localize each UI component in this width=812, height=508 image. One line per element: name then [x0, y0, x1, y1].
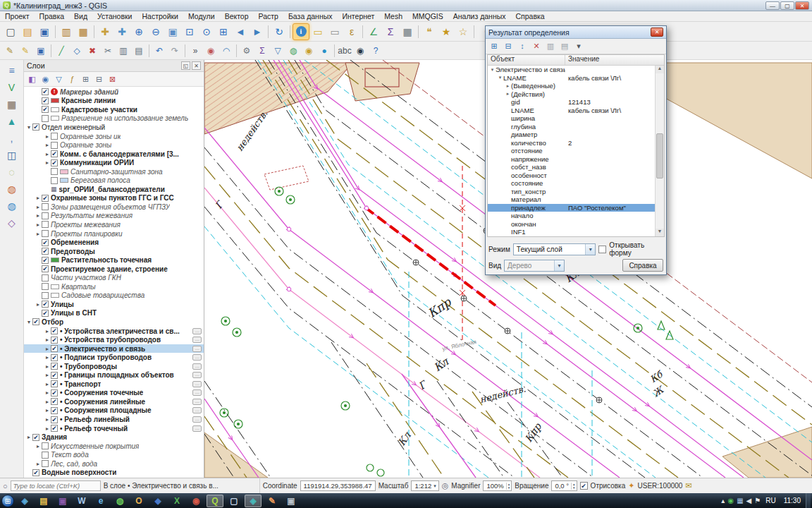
open-layer-styling-button[interactable]: ◧ [25, 73, 39, 85]
zoom-to-layer-button[interactable]: ⊞ [215, 23, 232, 40]
tray-action-center-icon[interactable]: ⚑ [754, 497, 761, 504]
delete-selected-button[interactable]: ✖ [85, 43, 100, 59]
redo-button[interactable]: ↷ [167, 43, 183, 59]
scrollbar-thumb[interactable] [656, 133, 663, 179]
expander-icon[interactable]: ▸ [44, 159, 51, 166]
spinner-arrows-icon[interactable]: ▴▾ [571, 483, 577, 490]
paste-features-button[interactable]: ▤ [131, 43, 147, 59]
expander-icon[interactable]: ▸ [44, 346, 51, 352]
layer-item[interactable]: Предотводы [24, 247, 204, 256]
taskbar-photo-app-button[interactable]: ▣ [54, 495, 71, 507]
expander-icon[interactable]: ▸ [25, 434, 32, 440]
layer-item[interactable]: ▸• Сооружения точечные⋯ [24, 389, 204, 398]
layer-item[interactable]: Разрешение на использование земель [24, 114, 204, 123]
identify-row[interactable]: диаметр [488, 131, 664, 139]
spinner-arrows-icon[interactable]: ▴▾ [506, 483, 512, 490]
layer-checkbox[interactable] [42, 203, 49, 210]
project-new-button[interactable]: ▢ [2, 23, 19, 40]
tray-expand-icon[interactable]: ▴ [721, 497, 725, 504]
open-attribute-table-button[interactable]: ▦ [399, 23, 416, 40]
expander-icon[interactable]: ▸ [505, 91, 511, 97]
layer-checkbox[interactable] [51, 372, 58, 379]
collapse-tree-button[interactable]: ⊟ [501, 40, 515, 53]
menu-item[interactable]: Установки [92, 11, 137, 21]
expander-icon[interactable]: ▸ [44, 389, 51, 396]
expander-icon[interactable]: ▸ [505, 83, 511, 89]
add-raster-layer-button[interactable]: ▦ [3, 96, 21, 113]
identify-row[interactable]: принадлежПАО "Ростелеком" [488, 204, 664, 212]
expander-icon[interactable]: ▸ [44, 151, 51, 157]
toggle-editing-button[interactable]: ✎ [18, 43, 33, 59]
remove-layer-button[interactable]: ⊠ [106, 73, 119, 85]
language-indicator[interactable]: RU [763, 497, 778, 504]
maximize-button[interactable]: ▢ [780, 1, 794, 10]
expander-icon[interactable]: ▸ [35, 195, 42, 201]
identify-row[interactable]: ▸(Выведенные) [488, 82, 664, 90]
expander-icon[interactable]: ▸ [44, 328, 51, 334]
identify-row[interactable]: ширина [488, 114, 664, 123]
layer-checkbox[interactable] [42, 301, 49, 308]
menu-item[interactable]: MMQGIS [407, 11, 448, 21]
new-print-layout-button[interactable]: ▥ [58, 23, 75, 40]
filter-tool-button[interactable]: ▽ [270, 43, 285, 59]
layer-item[interactable]: ▸Комм. с балансодержателями [3... [24, 150, 204, 159]
deselect-features-button[interactable]: ▭ [326, 23, 343, 40]
taskbar-explorer-button[interactable]: ▤ [35, 495, 52, 507]
layer-checkbox[interactable] [42, 239, 49, 246]
info-tool-button[interactable]: ● [316, 43, 332, 59]
layer-item[interactable]: !Маркеры зданий [24, 87, 204, 97]
layer-item[interactable]: Текст вода [24, 450, 204, 459]
statistical-summary-button[interactable]: Σ [382, 23, 399, 40]
identify-row[interactable]: напряжение [488, 155, 664, 164]
layer-item[interactable]: ▸• Сооружения линейные⋯ [24, 397, 204, 406]
menu-item[interactable]: Растр [254, 11, 283, 21]
expander-icon[interactable]: ▾ [497, 75, 503, 80]
menu-item[interactable]: Модули [183, 11, 220, 21]
refresh-map-button[interactable]: ↻ [271, 23, 288, 40]
processing-toolbox-button[interactable]: ⚙ [239, 43, 254, 59]
layer-checkbox[interactable] [42, 195, 49, 202]
expander-icon[interactable]: ▸ [44, 416, 51, 423]
statistics-panel-button[interactable]: Σ [254, 43, 270, 59]
zoom-last-button[interactable]: ◄ [232, 23, 249, 40]
menu-item[interactable]: Интернет [338, 11, 380, 21]
identify-row[interactable]: особенност [488, 171, 664, 180]
taskbar-green-app-button[interactable]: ◍ [111, 495, 128, 507]
clear-results-button[interactable]: ✕ [529, 40, 543, 53]
expander-icon[interactable]: ▸ [35, 222, 42, 228]
layer-checkbox[interactable] [51, 398, 58, 405]
clock[interactable]: 11:30 [781, 497, 804, 504]
taskbar-blue-app-button[interactable]: ◆ [149, 495, 166, 507]
layer-checkbox[interactable] [42, 283, 49, 290]
zoom-native-button[interactable]: ▣ [164, 23, 181, 40]
view-combo[interactable]: Дерево▾ [504, 260, 565, 272]
layer-item[interactable]: ▸• Рельеф линейный⋯ [24, 415, 204, 424]
snapping-options-button[interactable]: ◉ [203, 43, 219, 59]
expander-icon[interactable]: ▸ [44, 337, 51, 343]
layer-item[interactable]: ▸Проекты планировки [24, 229, 204, 238]
layer-item[interactable]: ▸• Транспорт⋯ [24, 380, 204, 389]
mode-combo[interactable]: Текущий слой▾ [513, 243, 596, 255]
layer-checkbox[interactable] [51, 327, 58, 334]
layer-checkbox[interactable] [51, 159, 58, 167]
layer-item[interactable]: ▸• Устройства электричества и св...⋯ [24, 327, 204, 336]
layer-checkbox[interactable] [42, 230, 49, 237]
expander-icon[interactable]: ▸ [35, 461, 42, 467]
layer-item[interactable]: ▸• Границы площадных объектов⋯ [24, 371, 204, 380]
layer-checkbox[interactable] [51, 407, 58, 414]
layer-item[interactable]: ▸• Трубопроводы⋯ [24, 362, 204, 371]
taskbar-teal-app-button[interactable]: ◈ [245, 495, 262, 507]
arc-tool-button[interactable]: ◠ [219, 43, 234, 59]
layer-checkbox[interactable] [42, 310, 49, 317]
layer-checkbox[interactable] [51, 133, 58, 140]
identify-row[interactable]: ▾LNAMEкабель связи \Лг\ [488, 74, 664, 83]
minimize-button[interactable]: — [765, 1, 780, 10]
layer-item[interactable]: ▸Результаты межевания [24, 212, 204, 221]
scale-combo[interactable]: 1:212▾ [411, 480, 438, 491]
street-view-button[interactable]: ◉ [301, 43, 316, 59]
tray-antivirus-icon[interactable]: ◉ [727, 497, 734, 504]
dialog-close-button[interactable]: ✕ [651, 28, 663, 37]
identify-row[interactable]: LNAMEкабель связи \Лг\ [488, 107, 664, 115]
taskbar-notepad-button[interactable]: ▢ [226, 495, 242, 507]
layer-checkbox[interactable] [32, 123, 39, 131]
